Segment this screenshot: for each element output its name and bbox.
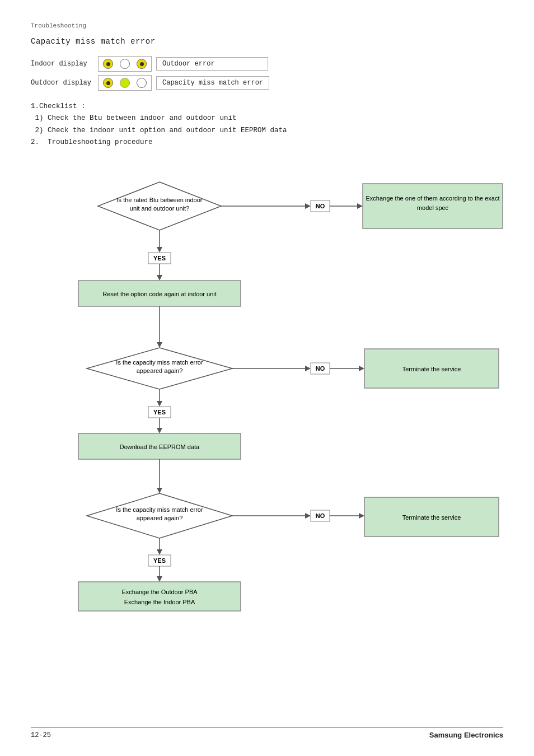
no2-label: NO <box>316 365 325 372</box>
exchange-pba-text-line2: Exchange the Indoor PBA <box>124 599 195 605</box>
arrow-yes2-download-head <box>157 428 162 433</box>
outdoor-leds <box>98 75 152 91</box>
exchange-pba-text-line1: Exchange the Outdoor PBA <box>121 589 198 595</box>
diamond1-text-line2: unit and outdoor unit? <box>130 205 189 212</box>
display-table: Indoor display Outdoor error Outdoor dis… <box>31 56 503 91</box>
led-1 <box>103 59 113 69</box>
exchange-text-line1: Exchange the one of them according to th… <box>366 195 499 202</box>
checklist-header: 1.Checklist : <box>31 101 503 113</box>
footer: 12-25 Samsung Electronics <box>31 727 503 739</box>
outdoor-display-label: Outdoor display <box>31 79 98 87</box>
led-6 <box>137 78 147 88</box>
indoor-display-label: Indoor display <box>31 60 98 68</box>
diamond2-text-line2: appeared again? <box>137 367 183 374</box>
arrow-d1-yes-head <box>157 247 162 253</box>
checklist: 1.Checklist : 1) Check the Btu between i… <box>31 101 503 148</box>
checklist-item-1: 1) Check the Btu between indoor and outd… <box>31 113 503 124</box>
no3-label: NO <box>316 512 325 519</box>
page-title: Capacity miss match error <box>31 37 503 46</box>
flowchart-svg: Is the rated Btu between indoor unit and… <box>31 158 518 662</box>
led-3 <box>137 59 147 69</box>
download-text: Download the EEPROM data <box>120 444 200 450</box>
outdoor-display-row: Outdoor display Capacity miss match erro… <box>31 75 503 91</box>
arrow-d3-yes-head <box>157 549 162 555</box>
arrow-reset-d2-head <box>157 342 162 348</box>
exchange-text-line2: model spec <box>417 204 449 211</box>
arrow-yes3-pba-head <box>157 576 162 582</box>
no1-label: NO <box>316 203 325 209</box>
indoor-display-desc: Outdoor error <box>156 57 268 71</box>
reset-text: Reset the option code again at indoor un… <box>102 291 217 297</box>
led-2 <box>120 59 130 69</box>
terminate1-text: Terminate the service <box>402 366 461 372</box>
checklist-item-3: 2. Troubleshooting procedure <box>31 137 503 148</box>
flowchart: Is the rated Btu between indoor unit and… <box>31 158 518 662</box>
arrow-d3-no-head <box>305 513 311 519</box>
diamond3-text-line2: appeared again? <box>137 515 183 521</box>
arrow-no1-exchange-head <box>357 203 363 209</box>
checklist-item-2: 2) Check the indoor unit option and outd… <box>31 125 503 137</box>
diamond1-text-line1: Is the rated Btu between indoor <box>117 197 203 203</box>
arrow-download-d3-head <box>157 488 162 493</box>
page: Troubleshooting Capacity miss match erro… <box>0 0 534 756</box>
section-label: Troubleshooting <box>31 22 503 29</box>
indoor-leds <box>98 56 152 72</box>
led-4 <box>103 78 113 88</box>
yes3-label: YES <box>153 557 166 564</box>
arrow-d1-no-head <box>305 203 311 209</box>
terminate2-text: Terminate the service <box>402 514 461 521</box>
arrow-d2-no-head <box>305 366 311 371</box>
footer-page: 12-25 <box>31 731 51 739</box>
diamond2-text-line1: Is the capacity miss match error <box>116 359 203 366</box>
arrow-no3-term2-head <box>359 513 364 519</box>
arrow-d2-yes-head <box>157 401 162 407</box>
arrow-yes1-reset-head <box>157 275 162 281</box>
led-5 <box>120 78 130 88</box>
exchange-pba-box <box>78 582 241 611</box>
indoor-display-row: Indoor display Outdoor error <box>31 56 503 72</box>
diamond3-text-line1: Is the capacity miss match error <box>116 506 203 513</box>
yes2-label: YES <box>153 409 166 416</box>
arrow-no2-term1-head <box>359 366 364 371</box>
yes1-label: YES <box>153 255 166 262</box>
footer-brand: Samsung Electronics <box>429 731 503 739</box>
outdoor-display-desc: Capacity miss match error <box>156 76 269 90</box>
